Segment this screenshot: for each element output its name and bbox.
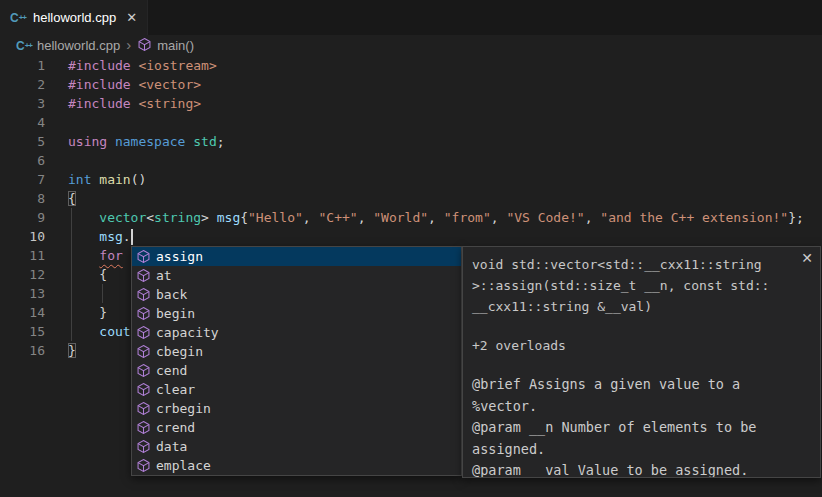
suggest-item-capacity[interactable]: capacity	[132, 323, 461, 342]
line-content: cout	[45, 322, 131, 341]
line-content: {	[45, 265, 107, 284]
line-content: int main()	[45, 170, 146, 189]
docs-description-line: @brief Assigns a given value to a %vecto…	[472, 374, 798, 417]
suggest-item-label: capacity	[156, 325, 219, 340]
method-cube-icon	[136, 439, 151, 454]
suggest-item-label: assign	[156, 249, 203, 264]
suggest-item-data[interactable]: data	[132, 437, 461, 456]
chevron-right-icon: ›	[126, 37, 131, 52]
method-cube-icon	[136, 344, 151, 359]
suggest-item-assign[interactable]: assign	[132, 247, 461, 266]
suggest-item-label: crend	[156, 420, 195, 435]
line-content: }	[45, 341, 76, 360]
tab-close-icon[interactable]: ✕	[123, 9, 140, 26]
line-content: }	[45, 303, 107, 322]
cpp-file-icon: C++	[16, 40, 32, 52]
suggest-item-begin[interactable]: begin	[132, 304, 461, 323]
indent-guide	[71, 208, 72, 341]
method-cube-icon	[137, 37, 152, 52]
line-content: #include <iostream>	[45, 56, 217, 75]
suggest-item-label: at	[156, 268, 172, 283]
suggest-item-label: begin	[156, 306, 195, 321]
cpp-file-icon: C++	[10, 12, 26, 24]
suggest-item-at[interactable]: at	[132, 266, 461, 285]
code-editor[interactable]: 1#include <iostream>2#include <vector>3#…	[0, 56, 822, 497]
line-number: 2	[0, 75, 45, 94]
line-number: 3	[0, 94, 45, 113]
suggest-item-clear[interactable]: clear	[132, 380, 461, 399]
line-content: msg.	[45, 227, 133, 246]
overloads-count: +2 overloads	[472, 338, 798, 353]
method-cube-icon	[136, 325, 151, 340]
method-cube-icon	[136, 382, 151, 397]
tab-label: helloworld.cpp	[33, 10, 116, 25]
docs-description: @brief Assigns a given value to a %vecto…	[472, 374, 798, 478]
line-content: vector<string> msg{"Hello", "C++", "Worl…	[45, 208, 804, 227]
method-cube-icon	[136, 287, 151, 302]
suggest-item-label: cend	[156, 363, 187, 378]
suggest-item-emplace[interactable]: emplace	[132, 456, 461, 475]
function-signature: void std::vector<std::__cxx11::string >:…	[472, 254, 798, 317]
code-line[interactable]: 10 msg.	[0, 227, 822, 246]
tab-helloworld-cpp[interactable]: C++ helloworld.cpp ✕	[0, 0, 148, 35]
line-number: 9	[0, 208, 45, 227]
code-line[interactable]: 2#include <vector>	[0, 75, 822, 94]
suggest-item-crbegin[interactable]: crbegin	[132, 399, 461, 418]
suggest-item-label: back	[156, 287, 187, 302]
line-number: 1	[0, 56, 45, 75]
line-number: 4	[0, 113, 45, 132]
line-number: 12	[0, 265, 45, 284]
suggest-item-cbegin[interactable]: cbegin	[132, 342, 461, 361]
close-icon[interactable]: ✕	[801, 250, 813, 266]
indent-guide	[102, 284, 103, 303]
line-number: 5	[0, 132, 45, 151]
method-cube-icon	[136, 306, 151, 321]
line-number: 8	[0, 189, 45, 208]
docs-description-line: @param __n Number of elements to be assi…	[472, 417, 798, 460]
method-cube-icon	[136, 249, 151, 264]
intellisense-docs-panel: ✕ void std::vector<std::__cxx11::string …	[462, 246, 821, 478]
line-content: using namespace std;	[45, 132, 225, 151]
line-number: 15	[0, 322, 45, 341]
line-content	[45, 113, 68, 132]
code-line[interactable]: 3#include <string>	[0, 94, 822, 113]
suggest-item-crend[interactable]: crend	[132, 418, 461, 437]
suggest-item-back[interactable]: back	[132, 285, 461, 304]
tab-bar: C++ helloworld.cpp ✕	[0, 0, 822, 35]
code-line[interactable]: 4	[0, 113, 822, 132]
code-line[interactable]: 9 vector<string> msg{"Hello", "C++", "Wo…	[0, 208, 822, 227]
line-number: 11	[0, 246, 45, 265]
method-cube-icon	[136, 420, 151, 435]
breadcrumb: C++ helloworld.cpp › main()	[0, 35, 822, 56]
line-content: for	[45, 246, 123, 265]
line-number: 10	[0, 227, 45, 246]
method-cube-icon	[136, 363, 151, 378]
breadcrumb-symbol[interactable]: main()	[137, 37, 194, 55]
breadcrumb-file[interactable]: C++ helloworld.cpp	[16, 38, 120, 53]
docs-description-line: @param __val Value to be assigned.	[472, 460, 798, 478]
symbol-cube-icon-slot	[137, 37, 152, 55]
code-line[interactable]: 6	[0, 151, 822, 170]
suggest-item-label: cbegin	[156, 344, 203, 359]
line-number: 16	[0, 341, 45, 360]
line-number: 13	[0, 284, 45, 303]
suggest-item-cend[interactable]: cend	[132, 361, 461, 380]
suggest-item-label: emplace	[156, 458, 211, 473]
method-cube-icon	[136, 268, 151, 283]
code-line[interactable]: 5using namespace std;	[0, 132, 822, 151]
code-line[interactable]: 7int main()	[0, 170, 822, 189]
intellisense-suggest-widget: assign at back begin capacity cbegin cen…	[131, 246, 462, 476]
line-content: #include <string>	[45, 94, 201, 113]
line-number: 6	[0, 151, 45, 170]
suggest-item-label: clear	[156, 382, 195, 397]
line-content	[45, 151, 68, 170]
code-line[interactable]: 8{	[0, 189, 822, 208]
line-number: 7	[0, 170, 45, 189]
line-content: #include <vector>	[45, 75, 201, 94]
code-line[interactable]: 1#include <iostream>	[0, 56, 822, 75]
line-content: {	[45, 189, 76, 208]
suggest-item-label: data	[156, 439, 187, 454]
line-number: 14	[0, 303, 45, 322]
suggest-item-label: crbegin	[156, 401, 211, 416]
text-cursor	[131, 229, 133, 245]
